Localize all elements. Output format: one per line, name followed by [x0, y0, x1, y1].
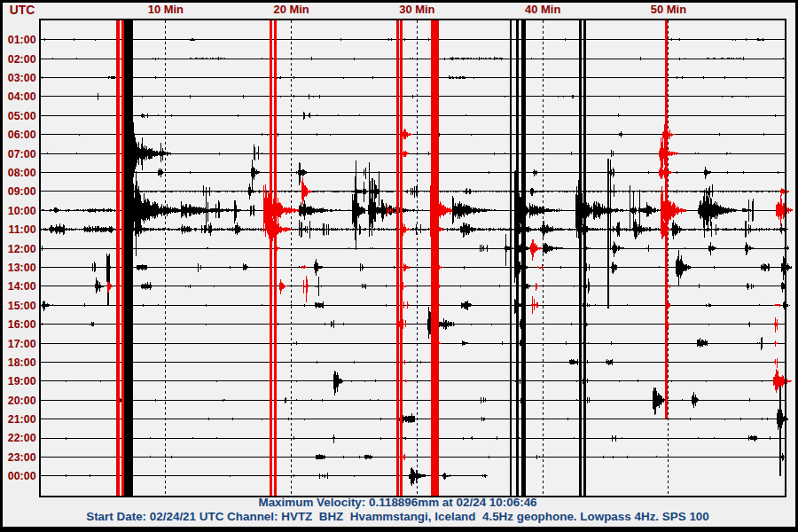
overflow-column-2 — [124, 20, 133, 496]
hour-label-20-00: 20:00 — [8, 395, 36, 407]
overflow-column-13 — [607, 159, 609, 309]
overflow-column-1 — [121, 20, 124, 496]
overflow-column-12 — [583, 20, 586, 496]
minute-label-30: 30 Min — [399, 3, 434, 16]
helicorder-window: 10 Min20 Min30 Min40 Min50 MinUTC01:0002… — [0, 0, 798, 532]
helicorder-plot: 10 Min20 Min30 Min40 Min50 MinUTC01:0002… — [3, 3, 795, 527]
overflow-column-4 — [274, 20, 277, 496]
hour-label-15-00: 15:00 — [8, 300, 36, 312]
hour-label-11-00: 11:00 — [8, 223, 35, 236]
hour-label-13-00: 13:00 — [8, 262, 36, 274]
overflow-column-0 — [116, 20, 120, 496]
hour-label-02-00: 02:00 — [8, 53, 36, 66]
minute-label-20: 20 Min — [274, 3, 309, 16]
overflow-column-15 — [779, 379, 780, 476]
max-velocity-readout: Maximum Velocity: 0.118896mm at 02/24 10… — [258, 496, 536, 509]
hour-label-17-00: 17:00 — [8, 338, 36, 350]
overflow-column-10 — [521, 20, 526, 496]
hour-label-19-00: 19:00 — [8, 375, 36, 387]
hour-label-09-00: 09:00 — [8, 185, 36, 198]
hour-label-00-00: 00:00 — [8, 470, 36, 482]
overflow-column-16 — [107, 256, 108, 306]
traces-layer: 10 Min20 Min30 Min40 Min50 MinUTC01:0002… — [8, 3, 792, 497]
hour-label-23-00: 23:00 — [8, 451, 36, 464]
overflow-column-3 — [270, 20, 272, 496]
hour-label-06-00: 06:00 — [8, 129, 36, 141]
hour-label-03-00: 03:00 — [8, 72, 36, 84]
overflow-column-5 — [396, 20, 399, 496]
hour-label-16-00: 16:00 — [8, 318, 36, 331]
hour-label-07-00: 07:00 — [8, 148, 36, 160]
overflow-column-8 — [510, 20, 512, 496]
hour-label-08-00: 08:00 — [8, 167, 36, 179]
plot-area — [40, 20, 786, 497]
hour-label-22-00: 22:00 — [8, 432, 36, 444]
hour-label-21-00: 21:00 — [8, 413, 36, 426]
hour-label-10-00: 10:00 — [8, 205, 36, 217]
hour-label-04-00: 04:00 — [8, 90, 36, 103]
minute-label-50: 50 Min — [651, 3, 686, 16]
station-info-line: Start Date: 02/24/21 UTC Channel: HVTZ B… — [86, 510, 709, 523]
overflow-column-11 — [579, 20, 582, 496]
hour-label-12-00: 12:00 — [8, 243, 36, 255]
overflow-column-9 — [516, 20, 519, 496]
hour-label-01-00: 01:00 — [8, 34, 36, 46]
hour-label-05-00: 05:00 — [8, 110, 36, 122]
minute-label-40: 40 Min — [525, 3, 560, 16]
overflow-column-6 — [400, 20, 403, 496]
utc-axis-title: UTC — [10, 3, 35, 17]
hour-label-18-00: 18:00 — [8, 356, 36, 369]
hour-label-14-00: 14:00 — [8, 280, 36, 293]
overflow-column-7 — [431, 20, 439, 496]
minute-label-10: 10 Min — [148, 3, 184, 16]
